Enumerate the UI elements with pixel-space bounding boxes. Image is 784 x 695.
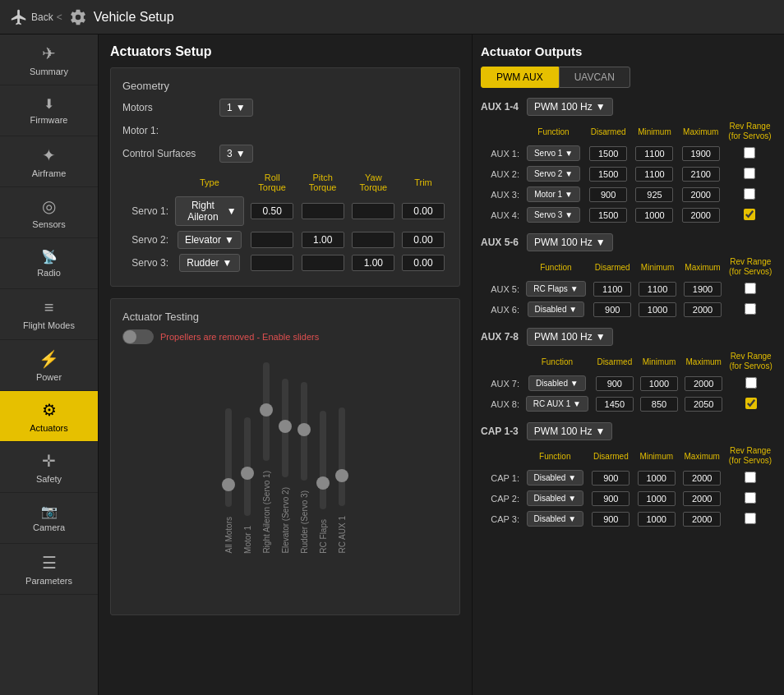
cap3-rev-checkbox[interactable]: [745, 513, 756, 524]
sidebar-item-firmware[interactable]: ⬇ Firmware: [0, 85, 98, 136]
servo2-pitch-input[interactable]: [302, 232, 344, 248]
servo1-roll-input[interactable]: [251, 203, 293, 219]
servo3-trim-input[interactable]: [402, 255, 445, 271]
aux1-disarmed-input[interactable]: [589, 146, 627, 161]
aux2-max-input[interactable]: [682, 167, 720, 182]
sidebar-item-airframe[interactable]: ✦ Airframe: [0, 136, 98, 187]
aux6-max-input[interactable]: [684, 302, 722, 317]
aux5-func-dropdown[interactable]: RC Flaps ▼: [526, 281, 585, 297]
aux-1-4-freq-dropdown[interactable]: PWM 100 Hz ▼: [527, 98, 613, 116]
servo2-yaw-input[interactable]: [352, 232, 394, 248]
slider-thumb-rc-flaps[interactable]: [316, 476, 330, 490]
aux3-disarmed-input[interactable]: [589, 187, 627, 202]
slider-track-right-aileron[interactable]: [263, 362, 270, 461]
servo1-type-dropdown[interactable]: Right Aileron ▼: [175, 196, 244, 226]
cap2-min-input[interactable]: [638, 491, 676, 506]
aux2-rev-checkbox[interactable]: [744, 168, 755, 179]
cap2-func-dropdown[interactable]: Disabled ▼: [527, 490, 584, 506]
servo1-yaw-input[interactable]: [352, 203, 394, 219]
servo3-type-dropdown[interactable]: Rudder ▼: [179, 254, 239, 272]
servo2-trim-input[interactable]: [402, 232, 445, 248]
aux3-min-input[interactable]: [635, 187, 673, 202]
aux7-func-dropdown[interactable]: Disabled ▼: [528, 375, 586, 391]
cap3-disarmed-input[interactable]: [592, 512, 630, 527]
control-surfaces-dropdown[interactable]: 3 ▼: [219, 145, 253, 163]
cap1-rev-checkbox[interactable]: [745, 472, 756, 483]
cap2-disarmed-input[interactable]: [592, 491, 630, 506]
back-button[interactable]: Back <: [10, 8, 62, 26]
aux8-func-dropdown[interactable]: RC AUX 1 ▼: [526, 396, 588, 412]
sidebar-item-safety[interactable]: ✛ Safety: [0, 442, 98, 493]
enable-sliders-toggle[interactable]: [122, 329, 154, 344]
aux6-func-dropdown[interactable]: Disabled ▼: [528, 301, 585, 317]
aux5-disarmed-input[interactable]: [593, 282, 631, 297]
aux8-max-input[interactable]: [685, 397, 722, 412]
aux-5-6-freq-dropdown[interactable]: PWM 100 Hz ▼: [527, 233, 613, 251]
slider-thumb-elevator[interactable]: [279, 420, 292, 433]
cap1-disarmed-input[interactable]: [592, 471, 630, 486]
aux4-max-input[interactable]: [682, 208, 720, 223]
aux3-func-dropdown[interactable]: Motor 1 ▼: [527, 186, 580, 202]
cap1-max-input[interactable]: [683, 471, 721, 486]
aux5-rev-checkbox[interactable]: [745, 283, 756, 294]
cap-1-3-freq-dropdown[interactable]: PWM 100 Hz ▼: [527, 422, 613, 440]
aux6-disarmed-input[interactable]: [593, 302, 631, 317]
aux4-rev-checkbox[interactable]: [744, 209, 755, 220]
tab-pwm-aux[interactable]: PWM AUX: [481, 67, 559, 88]
aux2-disarmed-input[interactable]: [589, 167, 627, 182]
aux6-min-input[interactable]: [639, 302, 676, 317]
aux8-rev-checkbox[interactable]: [745, 398, 757, 409]
servo3-yaw-input[interactable]: [352, 255, 394, 271]
sidebar-item-sensors[interactable]: ◎ Sensors: [0, 187, 98, 238]
aux7-disarmed-input[interactable]: [596, 376, 634, 391]
aux2-func-dropdown[interactable]: Servo 2 ▼: [527, 166, 580, 182]
aux2-min-input[interactable]: [635, 167, 673, 182]
slider-thumb-rudder[interactable]: [297, 423, 311, 436]
aux5-min-input[interactable]: [639, 282, 676, 297]
servo1-pitch-input[interactable]: [302, 203, 344, 219]
sidebar-item-camera[interactable]: 📷 Camera: [0, 493, 98, 544]
slider-thumb-motor-1[interactable]: [241, 467, 254, 480]
aux8-min-input[interactable]: [640, 397, 678, 412]
slider-thumb-rc-aux1[interactable]: [335, 469, 348, 482]
aux8-disarmed-input[interactable]: [596, 397, 634, 412]
cap2-max-input[interactable]: [683, 491, 721, 506]
servo3-pitch-input[interactable]: [302, 255, 344, 271]
aux7-max-input[interactable]: [685, 376, 722, 391]
sidebar-item-summary[interactable]: ✈ Summary: [0, 35, 98, 85]
slider-thumb-right-aileron[interactable]: [260, 403, 273, 417]
aux1-min-input[interactable]: [635, 146, 673, 161]
aux5-max-input[interactable]: [684, 282, 722, 297]
sidebar-item-parameters[interactable]: ☰ Parameters: [0, 544, 98, 595]
aux3-max-input[interactable]: [682, 187, 720, 202]
aux3-rev-checkbox[interactable]: [744, 188, 755, 200]
servo2-type-dropdown[interactable]: Elevator ▼: [178, 231, 242, 249]
slider-thumb-all-motors[interactable]: [222, 478, 235, 491]
cap1-min-input[interactable]: [638, 471, 676, 486]
servo3-roll-input[interactable]: [251, 255, 293, 271]
cap3-max-input[interactable]: [683, 512, 721, 527]
servo2-roll-input[interactable]: [251, 232, 293, 248]
cap1-func-dropdown[interactable]: Disabled ▼: [527, 470, 584, 486]
cap3-func-dropdown[interactable]: Disabled ▼: [527, 511, 584, 527]
aux7-rev-checkbox[interactable]: [745, 377, 757, 389]
slider-track-motor-1[interactable]: [244, 417, 251, 516]
aux6-rev-checkbox[interactable]: [745, 303, 756, 315]
motors-dropdown[interactable]: 1 ▼: [219, 99, 253, 117]
aux4-func-dropdown[interactable]: Servo 3 ▼: [527, 207, 580, 223]
sidebar-item-flight-modes[interactable]: ≡ Flight Modes: [0, 289, 98, 340]
slider-track-rc-aux1[interactable]: [339, 407, 345, 506]
tab-uavcan[interactable]: UAVCAN: [559, 67, 630, 88]
cap2-rev-checkbox[interactable]: [745, 492, 756, 504]
aux4-disarmed-input[interactable]: [589, 208, 627, 223]
sidebar-item-actuators[interactable]: ⚙ Actuators: [0, 391, 98, 442]
sidebar-item-power[interactable]: ⚡ Power: [0, 340, 98, 391]
aux-7-8-freq-dropdown[interactable]: PWM 100 Hz ▼: [527, 328, 613, 346]
servo1-trim-input[interactable]: [402, 203, 445, 219]
aux1-func-dropdown[interactable]: Servo 1 ▼: [527, 145, 580, 161]
aux1-rev-checkbox[interactable]: [744, 147, 755, 159]
sidebar-item-radio[interactable]: 📡 Radio: [0, 238, 98, 289]
aux1-max-input[interactable]: [682, 146, 720, 161]
slider-track-rc-flaps[interactable]: [320, 411, 326, 509]
cap3-min-input[interactable]: [638, 512, 676, 527]
